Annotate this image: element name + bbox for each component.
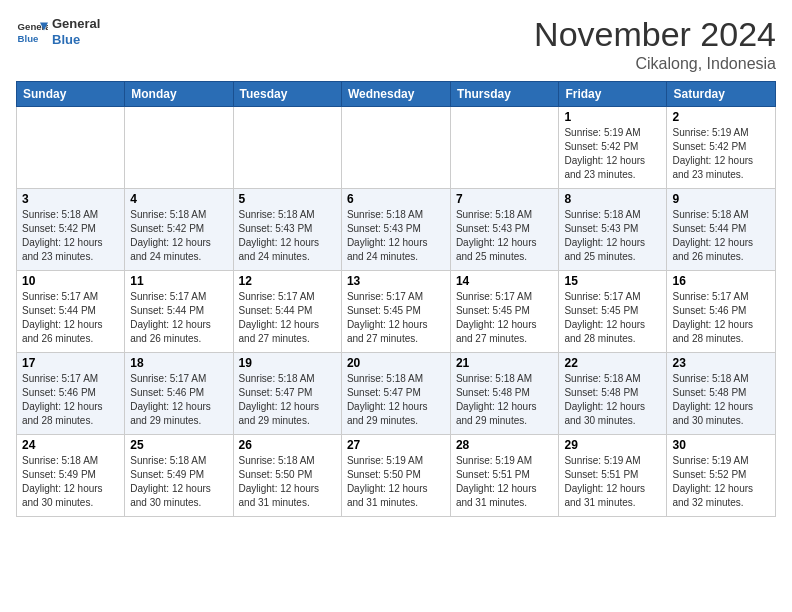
day-info: Sunrise: 5:18 AMSunset: 5:48 PMDaylight:… bbox=[456, 372, 554, 428]
weekday-header: Monday bbox=[125, 82, 233, 107]
calendar-week-row: 3Sunrise: 5:18 AMSunset: 5:42 PMDaylight… bbox=[17, 189, 776, 271]
day-number: 19 bbox=[239, 356, 336, 370]
day-info: Sunrise: 5:17 AMSunset: 5:45 PMDaylight:… bbox=[347, 290, 445, 346]
day-info: Sunrise: 5:17 AMSunset: 5:45 PMDaylight:… bbox=[564, 290, 661, 346]
day-info: Sunrise: 5:18 AMSunset: 5:43 PMDaylight:… bbox=[239, 208, 336, 264]
calendar-cell: 14Sunrise: 5:17 AMSunset: 5:45 PMDayligh… bbox=[450, 271, 559, 353]
calendar-cell bbox=[125, 107, 233, 189]
day-number: 6 bbox=[347, 192, 445, 206]
weekday-header: Wednesday bbox=[341, 82, 450, 107]
calendar-table: SundayMondayTuesdayWednesdayThursdayFrid… bbox=[16, 81, 776, 517]
calendar-cell: 11Sunrise: 5:17 AMSunset: 5:44 PMDayligh… bbox=[125, 271, 233, 353]
calendar-cell: 29Sunrise: 5:19 AMSunset: 5:51 PMDayligh… bbox=[559, 435, 667, 517]
day-info: Sunrise: 5:19 AMSunset: 5:50 PMDaylight:… bbox=[347, 454, 445, 510]
calendar-cell: 7Sunrise: 5:18 AMSunset: 5:43 PMDaylight… bbox=[450, 189, 559, 271]
calendar-cell bbox=[341, 107, 450, 189]
calendar-cell bbox=[233, 107, 341, 189]
calendar-cell: 20Sunrise: 5:18 AMSunset: 5:47 PMDayligh… bbox=[341, 353, 450, 435]
calendar-cell: 12Sunrise: 5:17 AMSunset: 5:44 PMDayligh… bbox=[233, 271, 341, 353]
day-number: 11 bbox=[130, 274, 227, 288]
calendar-cell: 19Sunrise: 5:18 AMSunset: 5:47 PMDayligh… bbox=[233, 353, 341, 435]
weekday-header: Thursday bbox=[450, 82, 559, 107]
calendar-week-row: 1Sunrise: 5:19 AMSunset: 5:42 PMDaylight… bbox=[17, 107, 776, 189]
day-info: Sunrise: 5:18 AMSunset: 5:48 PMDaylight:… bbox=[672, 372, 770, 428]
svg-text:Blue: Blue bbox=[18, 33, 39, 44]
day-info: Sunrise: 5:18 AMSunset: 5:47 PMDaylight:… bbox=[239, 372, 336, 428]
day-info: Sunrise: 5:18 AMSunset: 5:44 PMDaylight:… bbox=[672, 208, 770, 264]
calendar-cell: 13Sunrise: 5:17 AMSunset: 5:45 PMDayligh… bbox=[341, 271, 450, 353]
day-number: 27 bbox=[347, 438, 445, 452]
calendar-cell: 15Sunrise: 5:17 AMSunset: 5:45 PMDayligh… bbox=[559, 271, 667, 353]
day-info: Sunrise: 5:18 AMSunset: 5:43 PMDaylight:… bbox=[456, 208, 554, 264]
day-number: 18 bbox=[130, 356, 227, 370]
calendar-cell: 30Sunrise: 5:19 AMSunset: 5:52 PMDayligh… bbox=[667, 435, 776, 517]
calendar-cell: 21Sunrise: 5:18 AMSunset: 5:48 PMDayligh… bbox=[450, 353, 559, 435]
day-number: 8 bbox=[564, 192, 661, 206]
day-number: 14 bbox=[456, 274, 554, 288]
day-info: Sunrise: 5:17 AMSunset: 5:45 PMDaylight:… bbox=[456, 290, 554, 346]
day-info: Sunrise: 5:19 AMSunset: 5:52 PMDaylight:… bbox=[672, 454, 770, 510]
calendar-cell: 9Sunrise: 5:18 AMSunset: 5:44 PMDaylight… bbox=[667, 189, 776, 271]
day-info: Sunrise: 5:18 AMSunset: 5:48 PMDaylight:… bbox=[564, 372, 661, 428]
weekday-header: Saturday bbox=[667, 82, 776, 107]
day-number: 22 bbox=[564, 356, 661, 370]
day-info: Sunrise: 5:18 AMSunset: 5:42 PMDaylight:… bbox=[22, 208, 119, 264]
day-number: 1 bbox=[564, 110, 661, 124]
day-info: Sunrise: 5:17 AMSunset: 5:46 PMDaylight:… bbox=[22, 372, 119, 428]
calendar-page: General Blue General Blue November 2024 … bbox=[0, 0, 792, 612]
calendar-header-row: SundayMondayTuesdayWednesdayThursdayFrid… bbox=[17, 82, 776, 107]
day-number: 25 bbox=[130, 438, 227, 452]
weekday-header: Tuesday bbox=[233, 82, 341, 107]
day-info: Sunrise: 5:18 AMSunset: 5:43 PMDaylight:… bbox=[564, 208, 661, 264]
calendar-cell: 8Sunrise: 5:18 AMSunset: 5:43 PMDaylight… bbox=[559, 189, 667, 271]
day-number: 30 bbox=[672, 438, 770, 452]
day-number: 28 bbox=[456, 438, 554, 452]
day-number: 21 bbox=[456, 356, 554, 370]
day-info: Sunrise: 5:17 AMSunset: 5:44 PMDaylight:… bbox=[239, 290, 336, 346]
day-info: Sunrise: 5:18 AMSunset: 5:49 PMDaylight:… bbox=[22, 454, 119, 510]
day-number: 10 bbox=[22, 274, 119, 288]
calendar-cell: 5Sunrise: 5:18 AMSunset: 5:43 PMDaylight… bbox=[233, 189, 341, 271]
day-number: 2 bbox=[672, 110, 770, 124]
logo-general-text: General bbox=[52, 16, 100, 32]
calendar-cell: 23Sunrise: 5:18 AMSunset: 5:48 PMDayligh… bbox=[667, 353, 776, 435]
day-number: 9 bbox=[672, 192, 770, 206]
calendar-cell: 1Sunrise: 5:19 AMSunset: 5:42 PMDaylight… bbox=[559, 107, 667, 189]
day-number: 4 bbox=[130, 192, 227, 206]
calendar-cell: 4Sunrise: 5:18 AMSunset: 5:42 PMDaylight… bbox=[125, 189, 233, 271]
calendar-week-row: 17Sunrise: 5:17 AMSunset: 5:46 PMDayligh… bbox=[17, 353, 776, 435]
day-number: 20 bbox=[347, 356, 445, 370]
day-number: 12 bbox=[239, 274, 336, 288]
day-info: Sunrise: 5:19 AMSunset: 5:42 PMDaylight:… bbox=[672, 126, 770, 182]
day-info: Sunrise: 5:19 AMSunset: 5:42 PMDaylight:… bbox=[564, 126, 661, 182]
day-number: 7 bbox=[456, 192, 554, 206]
calendar-cell: 25Sunrise: 5:18 AMSunset: 5:49 PMDayligh… bbox=[125, 435, 233, 517]
weekday-header: Sunday bbox=[17, 82, 125, 107]
calendar-cell: 27Sunrise: 5:19 AMSunset: 5:50 PMDayligh… bbox=[341, 435, 450, 517]
day-info: Sunrise: 5:18 AMSunset: 5:42 PMDaylight:… bbox=[130, 208, 227, 264]
day-number: 13 bbox=[347, 274, 445, 288]
day-info: Sunrise: 5:19 AMSunset: 5:51 PMDaylight:… bbox=[564, 454, 661, 510]
page-header: General Blue General Blue November 2024 … bbox=[16, 16, 776, 73]
day-info: Sunrise: 5:18 AMSunset: 5:43 PMDaylight:… bbox=[347, 208, 445, 264]
calendar-cell: 16Sunrise: 5:17 AMSunset: 5:46 PMDayligh… bbox=[667, 271, 776, 353]
calendar-cell bbox=[17, 107, 125, 189]
calendar-week-row: 24Sunrise: 5:18 AMSunset: 5:49 PMDayligh… bbox=[17, 435, 776, 517]
calendar-cell: 10Sunrise: 5:17 AMSunset: 5:44 PMDayligh… bbox=[17, 271, 125, 353]
day-info: Sunrise: 5:17 AMSunset: 5:44 PMDaylight:… bbox=[130, 290, 227, 346]
calendar-cell: 18Sunrise: 5:17 AMSunset: 5:46 PMDayligh… bbox=[125, 353, 233, 435]
day-number: 3 bbox=[22, 192, 119, 206]
day-info: Sunrise: 5:17 AMSunset: 5:44 PMDaylight:… bbox=[22, 290, 119, 346]
day-number: 17 bbox=[22, 356, 119, 370]
title-block: November 2024 Cikalong, Indonesia bbox=[534, 16, 776, 73]
day-info: Sunrise: 5:17 AMSunset: 5:46 PMDaylight:… bbox=[130, 372, 227, 428]
calendar-cell: 26Sunrise: 5:18 AMSunset: 5:50 PMDayligh… bbox=[233, 435, 341, 517]
day-number: 5 bbox=[239, 192, 336, 206]
calendar-cell: 2Sunrise: 5:19 AMSunset: 5:42 PMDaylight… bbox=[667, 107, 776, 189]
day-number: 16 bbox=[672, 274, 770, 288]
day-info: Sunrise: 5:19 AMSunset: 5:51 PMDaylight:… bbox=[456, 454, 554, 510]
logo: General Blue General Blue bbox=[16, 16, 100, 48]
logo-icon: General Blue bbox=[16, 16, 48, 48]
day-number: 24 bbox=[22, 438, 119, 452]
day-number: 29 bbox=[564, 438, 661, 452]
